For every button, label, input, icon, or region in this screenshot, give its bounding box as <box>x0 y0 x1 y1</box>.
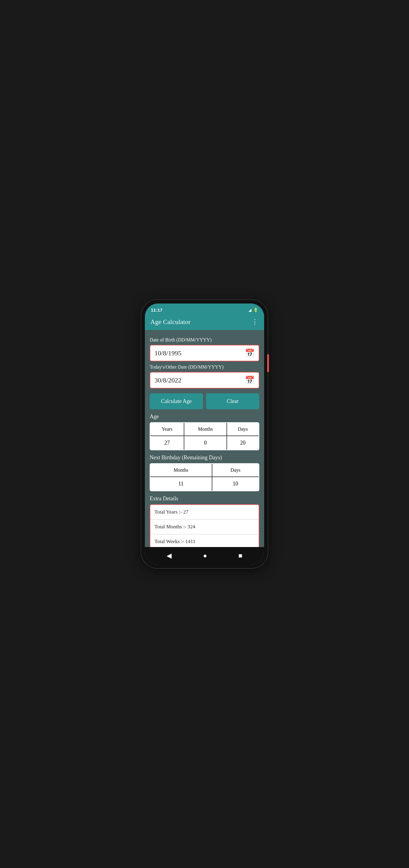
app-header: Age Calculator ⋮ <box>145 315 264 330</box>
age-header-months: Months <box>184 423 227 436</box>
dob-calendar-icon[interactable]: 📅 <box>245 348 254 358</box>
dob-label: Date of Birth (DD/MM/YYYY) <box>150 337 259 343</box>
dob-input-row[interactable]: 10/8/1995 📅 <box>150 345 259 361</box>
action-buttons: Calculate Age Clear <box>150 393 259 409</box>
age-value-years: 27 <box>150 436 184 450</box>
dob-value: 10/8/1995 <box>155 349 245 357</box>
age-value-days: 20 <box>227 436 259 450</box>
signal-icon: ◢ <box>248 308 251 312</box>
home-button[interactable]: ● <box>200 551 210 561</box>
age-value-months: 0 <box>184 436 227 450</box>
today-input-row[interactable]: 30/8/2022 📅 <box>150 372 259 389</box>
birthday-header-months: Months <box>150 464 212 477</box>
age-header-days: Days <box>227 423 259 436</box>
bottom-nav: ◀ ● ■ <box>145 547 264 564</box>
extra-row-months: Total Months :- 324 <box>150 520 259 534</box>
today-value: 30/8/2022 <box>155 376 245 384</box>
age-header-years: Years <box>150 423 184 436</box>
birthday-value-months: 11 <box>150 477 212 491</box>
calculate-button[interactable]: Calculate Age <box>150 393 203 409</box>
status-time: 11:17 <box>151 307 162 313</box>
extra-details-box: Total Years :- 27 Total Months :- 324 To… <box>150 504 259 547</box>
status-icons: ◢ 🔋 <box>248 308 258 312</box>
main-content: Date of Birth (DD/MM/YYYY) 10/8/1995 📅 T… <box>145 330 264 547</box>
extra-section-title: Extra Details <box>150 495 259 502</box>
battery-icon: 🔋 <box>253 308 258 312</box>
today-calendar-icon[interactable]: 📅 <box>245 375 254 385</box>
clear-button[interactable]: Clear <box>206 393 259 409</box>
birthday-table: Months Days 11 10 <box>150 463 259 491</box>
age-section-title: Age <box>150 413 259 420</box>
menu-button[interactable]: ⋮ <box>251 318 259 326</box>
birthday-header-days: Days <box>212 464 259 477</box>
extra-row-weeks: Total Weeks :- 1411 <box>150 534 259 547</box>
side-button <box>267 354 269 372</box>
app-title: Age Calculator <box>150 318 191 326</box>
age-table: Years Months Days 27 0 20 <box>150 422 259 450</box>
back-button[interactable]: ◀ <box>164 551 175 561</box>
extra-row-years: Total Years :- 27 <box>150 505 259 520</box>
birthday-value-days: 10 <box>212 477 259 491</box>
birthday-section-title: Next Birthday (Remaining Days) <box>150 455 259 461</box>
status-bar: 11:17 ◢ 🔋 <box>145 304 264 315</box>
today-label: Today's/Other Date (DD/MM/YYYY) <box>150 364 259 370</box>
recent-button[interactable]: ■ <box>236 551 245 561</box>
